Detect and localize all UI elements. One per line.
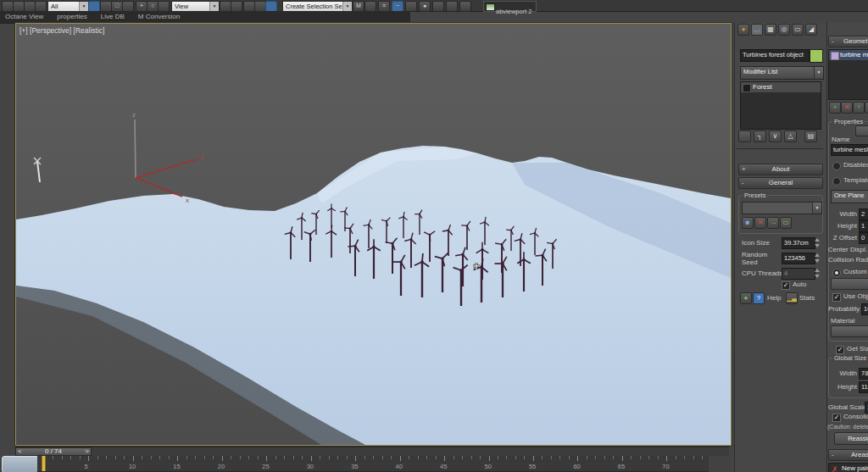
presets-label: Presets <box>743 192 767 199</box>
load-preset-icon[interactable]: → <box>767 217 779 229</box>
frame-tick-label: 50 <box>485 463 492 470</box>
template-radio[interactable] <box>832 177 841 186</box>
chevron-down-icon[interactable]: ▼ <box>79 2 88 11</box>
cpu-threads-field: 4 <box>782 268 815 280</box>
show-end-result-icon[interactable]: ╮ <box>754 130 766 142</box>
track-bar[interactable]: 510152025303540455055606570 <box>0 456 731 472</box>
gs-height-field[interactable]: 118 <box>859 381 868 393</box>
tab-create[interactable]: ● <box>737 24 749 36</box>
tab-hierarchy[interactable]: ▦ <box>765 24 776 36</box>
material-editor-icon[interactable]: ● <box>419 1 431 12</box>
frame-tick <box>347 456 348 459</box>
object-name-field[interactable]: Turbines forest object <box>740 49 810 62</box>
export-preset-icon[interactable]: ▭ <box>780 217 792 229</box>
frame-tick <box>115 456 116 459</box>
tab-modify[interactable]: ◡ <box>751 24 763 36</box>
viewport[interactable]: z y x [+] [Perspective] [Realistic] <box>15 23 732 446</box>
consolidate-checkbox[interactable]: ✓ <box>832 414 841 422</box>
modifier-stack[interactable]: Forest <box>740 81 821 130</box>
get-size-checkbox[interactable]: ✓ <box>836 346 844 354</box>
geometry-list-row[interactable]: turbine m... <box>829 50 868 60</box>
tab-display[interactable]: ▭ <box>792 24 804 36</box>
template-mode-dropdown[interactable]: One Plane <box>831 190 868 203</box>
delete-geometry-icon[interactable]: ✕ <box>841 102 853 114</box>
delete-preset-icon[interactable]: ✕ <box>754 217 766 229</box>
make-unique-icon[interactable]: ∨ <box>769 130 782 142</box>
disabled-radio[interactable] <box>832 162 841 170</box>
render-setup-icon[interactable] <box>432 1 444 12</box>
import-geometry-icon[interactable]: ↑ <box>853 102 865 114</box>
material-button[interactable]: None <box>831 325 868 337</box>
frame-tick <box>409 456 409 459</box>
random-seed-field[interactable]: 123456 <box>782 253 815 264</box>
random-seed-spinner[interactable] <box>814 253 821 264</box>
gs-width-field[interactable]: 78 <box>859 368 868 380</box>
geometry-item-icon <box>831 52 839 60</box>
width-field[interactable]: 2 <box>859 208 868 220</box>
use-object-checkbox[interactable]: ✓ <box>832 293 841 302</box>
stats-icon[interactable]: ▁▃▅ <box>786 292 798 304</box>
add-geometry-icon[interactable]: + <box>829 102 841 114</box>
rendered-frame-icon[interactable] <box>446 1 458 12</box>
reassign-button[interactable]: Reassign M <box>834 432 868 445</box>
tab-motion[interactable]: ◎ <box>778 24 790 36</box>
command-panel: ● ◡ ▦ ◎ ▭ ◢ Turbines forest object Modif… <box>734 23 826 472</box>
frame-tick <box>515 456 516 459</box>
pin-stack-icon[interactable] <box>738 130 751 142</box>
viewport-label[interactable]: [+] [Perspective] [Realistic] <box>19 26 104 35</box>
rollout-areas[interactable]: - Areas <box>828 449 868 461</box>
global-scale-field[interactable]: 1 <box>865 402 868 414</box>
next-frame-button[interactable]: > <box>85 447 89 456</box>
cpu-threads-spinner[interactable] <box>814 268 821 279</box>
modifier-list-label: Modifier List <box>743 68 777 75</box>
areas-list[interactable]: ✗ New paint <box>828 463 868 472</box>
render-production-icon[interactable] <box>459 1 471 12</box>
frame-tick <box>658 456 659 459</box>
frame-tick <box>498 456 498 459</box>
rollout-geometry[interactable]: - Geometry <box>828 36 868 47</box>
help-icon[interactable]: ? <box>753 292 765 304</box>
geometry-list[interactable]: turbine m... <box>828 49 868 100</box>
geometry-color-swatch[interactable] <box>855 125 868 136</box>
icon-size-field[interactable]: 39.37cm <box>782 237 815 249</box>
remove-modifier-icon[interactable]: △ <box>784 130 797 142</box>
tab-utilities[interactable]: ◢ <box>805 24 817 36</box>
frame-tick <box>248 456 249 459</box>
object-color-swatch[interactable] <box>810 49 823 63</box>
chevron-down-icon[interactable]: ▼ <box>209 2 219 11</box>
custom-object-radio[interactable] <box>832 269 841 277</box>
toolbar-tab-live-db[interactable]: Live DB <box>101 11 125 23</box>
icon-size-spinner[interactable] <box>814 237 821 248</box>
current-frame-marker[interactable] <box>42 456 46 471</box>
configure-modifier-sets-icon[interactable]: ▤ <box>804 130 817 142</box>
chevron-down-icon[interactable]: ▼ <box>814 67 823 79</box>
stack-row-forest[interactable]: Forest <box>741 82 821 92</box>
rollout-general[interactable]: - General <box>738 177 823 189</box>
auto-checkbox[interactable]: ✓ <box>782 281 790 290</box>
presets-dropdown[interactable]: ▼ <box>742 202 822 214</box>
name-field[interactable]: turbine mesh <box>831 144 868 156</box>
custom-object-button[interactable]: turbine <box>831 278 868 290</box>
frame-tick <box>97 456 98 459</box>
frame-tick <box>640 456 641 459</box>
modifier-list-dropdown[interactable]: Modifier List ▼ <box>740 66 824 80</box>
time-slider-handle[interactable]: < 0 / 74 > <box>15 447 92 456</box>
source-turbine-mesh[interactable] <box>34 158 41 182</box>
save-preset-icon[interactable]: ■ <box>742 217 754 229</box>
library-geometry-icon[interactable] <box>865 102 868 114</box>
frame-tick <box>577 456 578 461</box>
z-offset-field[interactable]: 0 <box>859 232 868 244</box>
height-field[interactable]: 1 <box>859 220 868 232</box>
chevron-down-icon[interactable]: ▼ <box>812 203 821 214</box>
toolbar-tab-octane-view[interactable]: Octane View <box>5 11 43 23</box>
forest-web-icon[interactable]: ● <box>740 292 752 304</box>
toolbar-tab-m-conversion[interactable]: M Conversion <box>138 11 180 23</box>
frame-tick <box>693 456 694 459</box>
track-bar-ruler[interactable]: 510152025303540455055606570 <box>37 456 709 472</box>
toolbar-tab-properties[interactable]: properties <box>57 11 87 23</box>
width-label: Width <box>827 210 857 219</box>
rollout-about[interactable]: + About <box>738 164 823 175</box>
probability-field[interactable]: 100. <box>861 303 868 315</box>
frame-tick <box>258 456 259 459</box>
chevron-down-icon[interactable]: ▼ <box>342 2 352 11</box>
